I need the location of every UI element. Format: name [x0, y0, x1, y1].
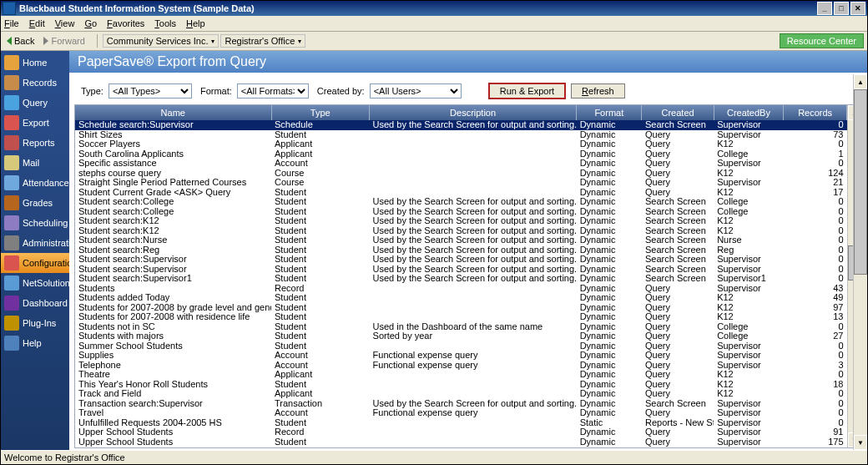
col-createdby[interactable]: CreatedBy: [714, 105, 784, 120]
app-icon: [3, 2, 16, 15]
scroll-thumb[interactable]: [854, 89, 867, 275]
menu-view[interactable]: View: [55, 18, 75, 28]
format-select[interactable]: <All Formats>: [237, 83, 309, 99]
table-row[interactable]: This Year's Honor Roll StudentsStudentDy…: [75, 380, 847, 390]
createdby-select[interactable]: <All Users>: [370, 83, 462, 99]
scroll-up-icon[interactable]: ▲: [854, 74, 867, 89]
table-row[interactable]: Specific assistanceAccountDynamicQuerySu…: [75, 159, 847, 169]
table-row[interactable]: TheatreApplicantDynamicQueryK120: [75, 370, 847, 380]
help-icon: [4, 336, 19, 351]
col-records[interactable]: Records: [784, 105, 847, 120]
resource-center-button[interactable]: Resource Center: [780, 33, 864, 48]
forward-button[interactable]: Forward: [41, 36, 84, 46]
menu-help[interactable]: Help: [186, 18, 205, 28]
col-type[interactable]: Type: [271, 105, 370, 120]
table-row[interactable]: Student search:SupervisorStudentUsed by …: [75, 255, 847, 265]
breadcrumb-item[interactable]: Community Services Inc.▾: [103, 34, 220, 48]
page-scrollbar[interactable]: ▲ ▼: [853, 74, 867, 450]
table-row[interactable]: South Carolina ApplicantsApplicantDynami…: [75, 149, 847, 159]
refresh-button[interactable]: Refresh: [571, 83, 625, 99]
sidebar-item-scheduling[interactable]: Scheduling: [1, 213, 69, 233]
table-row[interactable]: Student search:Supervisor1StudentUsed by…: [75, 274, 847, 284]
table-row[interactable]: Student search:NurseStudentUsed by the S…: [75, 235, 847, 245]
table-row[interactable]: Shirt SizesStudentDynamicQuerySupervisor…: [75, 130, 847, 140]
sidebar-item-home[interactable]: Home: [1, 53, 69, 73]
table-row[interactable]: Soccer PlayersApplicantDynamicQueryK120: [75, 139, 847, 149]
table-row[interactable]: stephs course queryCourseDynamicQueryK12…: [75, 169, 847, 179]
sidebar-item-label: Attendance: [23, 178, 69, 188]
table-row[interactable]: Vendor Performance - Late DeliveryVendor…: [75, 447, 847, 447]
maximize-button[interactable]: □: [834, 2, 849, 15]
table-row[interactable]: Schedule search:SupervisorScheduleUsed b…: [75, 120, 847, 130]
menu-favorites[interactable]: Favorites: [107, 18, 144, 28]
sidebar-item-records[interactable]: Records: [1, 73, 69, 93]
app-window: Blackbaud Student Information System (Sa…: [0, 0, 868, 465]
sidebar-item-attendance[interactable]: Attendance: [1, 173, 69, 193]
menu-tools[interactable]: Tools: [154, 18, 176, 28]
table-row[interactable]: Student search:CollegeStudentUsed by the…: [75, 207, 847, 217]
sidebar-item-configuration[interactable]: Configuration: [1, 253, 69, 273]
menu-go[interactable]: Go: [84, 18, 97, 28]
sidebar-item-grades[interactable]: Grades: [1, 193, 69, 213]
table-row[interactable]: Students not in SCStudentUsed in the Das…: [75, 322, 847, 332]
sidebar-item-label: Mail: [23, 158, 39, 168]
grades-icon: [4, 195, 19, 210]
table-row[interactable]: Students for 2007-2008 with residence li…: [75, 312, 847, 322]
page-title: PaperSave® Export from Query: [69, 51, 867, 73]
home-icon: [4, 55, 19, 70]
sidebar-item-label: Export: [23, 118, 49, 128]
sidebar-item-label: Reports: [23, 138, 55, 148]
minimize-button[interactable]: _: [817, 2, 832, 15]
sidebar-item-query[interactable]: Query: [1, 93, 69, 113]
statusbar: Welcome to Registrar's Office: [1, 450, 867, 464]
sidebar-item-netsolutions[interactable]: NetSolutions: [1, 273, 69, 293]
col-format[interactable]: Format: [577, 105, 642, 120]
sidebar-item-plug-ins[interactable]: Plug-Ins: [1, 313, 69, 333]
col-created[interactable]: Created: [642, 105, 714, 120]
close-button[interactable]: ✕: [850, 2, 865, 15]
menu-edit[interactable]: Edit: [29, 18, 45, 28]
attendance-icon: [4, 175, 19, 190]
sidebar-item-mail[interactable]: Mail: [1, 153, 69, 173]
sidebar-item-export[interactable]: Export: [1, 113, 69, 133]
col-description[interactable]: Description: [370, 105, 577, 120]
separator: [97, 34, 98, 48]
table-row[interactable]: Student search:SupervisorStudentUsed by …: [75, 265, 847, 275]
table-row[interactable]: Unfulfilled Requests 2004-2005 HSStudent…: [75, 418, 847, 428]
table-row[interactable]: Student search:K12StudentUsed by the Sea…: [75, 216, 847, 226]
table-row[interactable]: Students with majorsStudentSorted by yea…: [75, 331, 847, 341]
query-table: NameTypeDescriptionFormatCreatedCreatedB…: [75, 105, 847, 447]
table-row[interactable]: Student search:RegStudentUsed by the Sea…: [75, 245, 847, 255]
table-row[interactable]: Upper School StudentsStudentDynamicQuery…: [75, 437, 847, 447]
table-row[interactable]: Students added TodayStudentDynamicQueryK…: [75, 293, 847, 303]
sidebar-item-dashboard[interactable]: Dashboard: [1, 293, 69, 313]
table-row[interactable]: Upper School StudentsRecordDynamicQueryS…: [75, 427, 847, 437]
menu-file[interactable]: File: [4, 18, 19, 28]
sidebar-item-reports[interactable]: Reports: [1, 133, 69, 153]
sidebar-item-help[interactable]: Help: [1, 333, 69, 353]
breadcrumb-item[interactable]: Registrar's Office▾: [220, 34, 305, 48]
records-icon: [4, 75, 19, 90]
table-row[interactable]: Student Current Grade <ASK> QueryStudent…: [75, 188, 847, 198]
table-row[interactable]: Straight Single Period Patterned Courses…: [75, 178, 847, 188]
type-select[interactable]: <All Types>: [108, 83, 192, 99]
scroll-down-icon[interactable]: ▼: [854, 435, 867, 450]
table-row[interactable]: Student search:K12StudentUsed by the Sea…: [75, 226, 847, 236]
table-row[interactable]: Summer School StudentsStudentDynamicQuer…: [75, 341, 847, 351]
sidebar-item-label: Grades: [23, 198, 53, 208]
sidebar-item-administration[interactable]: Administration: [1, 233, 69, 253]
table-row[interactable]: Student search:CollegeStudentUsed by the…: [75, 197, 847, 207]
table-row[interactable]: Transaction search:SupervisorTransaction…: [75, 399, 847, 409]
col-name[interactable]: Name: [75, 105, 271, 120]
back-button[interactable]: Back: [4, 36, 34, 46]
table-row[interactable]: SuppliesAccountFunctional expense queryD…: [75, 351, 847, 361]
table-row[interactable]: TelephoneAccountFunctional expense query…: [75, 361, 847, 371]
table-row[interactable]: StudentsRecordDynamicQuerySupervisor43: [75, 284, 847, 294]
run-export-button[interactable]: Run & Export: [488, 83, 566, 99]
table-row[interactable]: Track and FieldApplicantDynamicQueryK120: [75, 389, 847, 399]
sidebar-item-label: Plug-Ins: [23, 318, 56, 328]
table-row[interactable]: Students for 2007-2008 by grade level an…: [75, 303, 847, 313]
table-row[interactable]: TravelAccountFunctional expense queryDyn…: [75, 408, 847, 418]
export-icon: [4, 115, 19, 130]
sidebar-item-label: Help: [23, 338, 42, 348]
